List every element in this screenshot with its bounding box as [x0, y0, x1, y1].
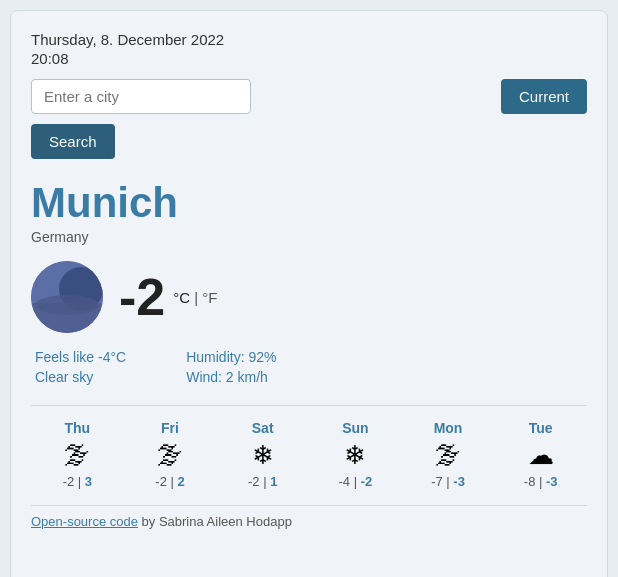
- forecast-row: Thu 🌫 -2 | 3 Fri 🌫 -2 | 2 Sat ❄ -2 | 1 S…: [31, 405, 587, 489]
- svg-point-3: [35, 295, 99, 315]
- city-input[interactable]: [31, 79, 251, 114]
- weather-card: Thursday, 8. December 2022 20:08 Current…: [10, 10, 608, 577]
- forecast-temps: -8 | -3: [524, 474, 558, 489]
- forecast-day-label: Fri: [161, 420, 179, 436]
- forecast-temps: -2 | 1: [248, 474, 277, 489]
- unit-sep: |: [194, 289, 198, 306]
- forecast-icon: ❄: [252, 442, 274, 468]
- forecast-temps: -2 | 2: [155, 474, 184, 489]
- forecast-icon: 🌫: [435, 442, 461, 468]
- forecast-day-label: Sun: [342, 420, 368, 436]
- search-button[interactable]: Search: [31, 124, 115, 159]
- forecast-day-label: Sat: [252, 420, 274, 436]
- forecast-temps: -4 | -2: [338, 474, 372, 489]
- weather-main: -2 °C | °F: [31, 261, 587, 333]
- temperature-display: -2 °C | °F: [119, 267, 218, 327]
- forecast-icon: 🌫: [157, 442, 183, 468]
- country-name: Germany: [31, 229, 587, 245]
- current-button[interactable]: Current: [501, 79, 587, 114]
- celsius-unit[interactable]: °C: [173, 289, 190, 306]
- detail-left: Feels like -4°C Clear sky: [35, 349, 126, 385]
- search-button-row: Search: [31, 124, 587, 169]
- city-name: Munich: [31, 179, 587, 227]
- forecast-day-label: Thu: [65, 420, 91, 436]
- date-display: Thursday, 8. December 2022: [31, 31, 587, 48]
- footer-suffix: by Sabrina Aileen Hodapp: [138, 514, 292, 529]
- forecast-day: Tue ☁ -8 | -3: [494, 420, 587, 489]
- humidity: Humidity: 92%: [186, 349, 276, 365]
- footer: Open-source code by Sabrina Aileen Hodap…: [31, 505, 587, 529]
- forecast-icon: ❄: [344, 442, 366, 468]
- forecast-temps: -2 | 3: [63, 474, 92, 489]
- fahrenheit-unit[interactable]: °F: [202, 289, 217, 306]
- forecast-day: Fri 🌫 -2 | 2: [124, 420, 217, 489]
- feels-like: Feels like -4°C: [35, 349, 126, 365]
- temperature-value: -2: [119, 267, 165, 327]
- detail-right: Humidity: 92% Wind: 2 km/h: [186, 349, 276, 385]
- search-row: Current: [31, 79, 587, 114]
- weather-icon: [31, 261, 103, 333]
- open-source-link[interactable]: Open-source code: [31, 514, 138, 529]
- forecast-icon: ☁: [528, 442, 554, 468]
- unit-toggle[interactable]: °C | °F: [173, 289, 217, 306]
- forecast-day-label: Tue: [529, 420, 553, 436]
- forecast-day: Sun ❄ -4 | -2: [309, 420, 402, 489]
- time-display: 20:08: [31, 50, 587, 67]
- forecast-temps: -7 | -3: [431, 474, 465, 489]
- forecast-day-label: Mon: [434, 420, 463, 436]
- forecast-day: Mon 🌫 -7 | -3: [402, 420, 495, 489]
- forecast-day: Sat ❄ -2 | 1: [216, 420, 309, 489]
- forecast-day: Thu 🌫 -2 | 3: [31, 420, 124, 489]
- weather-details: Feels like -4°C Clear sky Humidity: 92% …: [31, 349, 587, 385]
- wind: Wind: 2 km/h: [186, 369, 276, 385]
- condition: Clear sky: [35, 369, 126, 385]
- forecast-icon: 🌫: [64, 442, 90, 468]
